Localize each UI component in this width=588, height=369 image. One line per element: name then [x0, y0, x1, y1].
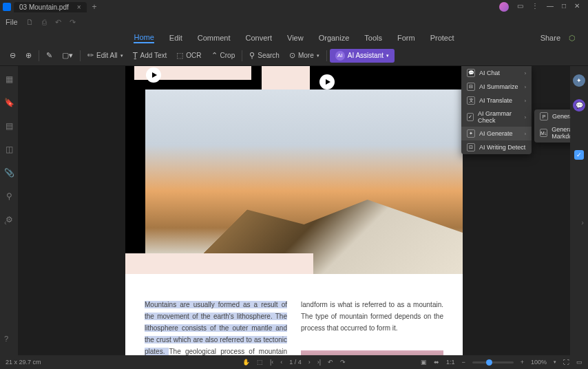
ai-panel-button[interactable]: ✦: [573, 74, 585, 87]
hand-tool-icon[interactable]: ✋: [242, 359, 250, 366]
annotations-icon[interactable]: ▤: [6, 121, 13, 131]
zoom-level[interactable]: 100%: [531, 359, 547, 366]
body-text[interactable]: landform is what is referred to as a mou…: [301, 301, 443, 332]
generate-markdown-item[interactable]: M↓Generate Markdown: [534, 123, 570, 143]
prev-page-arrow[interactable]: ‹: [4, 218, 7, 226]
menu-comment[interactable]: Comment: [198, 34, 231, 42]
page-indicator[interactable]: 1 / 4: [289, 359, 302, 366]
print-icon[interactable]: ⎙: [42, 18, 47, 27]
document-canvas[interactable]: Mountains are usually formed as a result…: [18, 66, 570, 369]
zoom-in-icon[interactable]: +: [521, 359, 524, 366]
file-menu[interactable]: File: [6, 18, 18, 26]
search-icon: ⚲: [249, 51, 255, 60]
menu-edit[interactable]: Edit: [169, 34, 182, 42]
menu-icon[interactable]: ⋮: [532, 2, 538, 12]
ai-translate-item[interactable]: 文AI Translate›: [461, 94, 532, 107]
ai-generate-item[interactable]: ✦AI Generate›: [461, 127, 532, 140]
divider: [80, 50, 81, 61]
crop-button[interactable]: ⌃Crop: [207, 49, 240, 62]
share-icon[interactable]: ⬡: [569, 34, 576, 43]
hero-section: [125, 66, 463, 274]
writing-icon: ⊡: [467, 143, 475, 151]
ai-chat-panel-button[interactable]: 💬: [573, 99, 585, 112]
highlight-button[interactable]: ✎: [42, 49, 56, 62]
chat-icon: 💬: [467, 69, 475, 77]
redo-icon[interactable]: ↷: [70, 18, 76, 27]
more-icon: ⊙: [289, 51, 295, 60]
zoom-out-button[interactable]: ⊖: [6, 49, 20, 62]
zoom-in-button[interactable]: ⊕: [21, 49, 36, 62]
document-tab[interactable]: 03 Mountain.pdf ×: [14, 2, 87, 12]
menu-home[interactable]: Home: [134, 33, 154, 43]
read-mode-icon[interactable]: ▭: [576, 359, 582, 366]
prev-page-icon[interactable]: ‹: [280, 359, 282, 366]
next-page-arrow[interactable]: ›: [581, 218, 584, 226]
shape-icon: ▢▾: [62, 51, 73, 60]
zoom-out-icon[interactable]: −: [461, 359, 465, 366]
first-page-icon[interactable]: |‹: [270, 359, 273, 366]
fit-width-icon[interactable]: ⬌: [434, 359, 439, 366]
page-nav: ✋ ⬚ |‹ ‹ 1 / 4 › ›| ↶ ↷: [242, 359, 346, 366]
fit-page-icon[interactable]: ▣: [421, 359, 427, 366]
main-area: ▦ 🔖 ▤ ◫ 📎 ⚲ ⚙ Mountains are usually form…: [0, 66, 588, 369]
undo-icon[interactable]: ↶: [55, 18, 61, 27]
thumbnails-icon[interactable]: ▦: [6, 74, 13, 84]
new-tab-button[interactable]: +: [92, 2, 97, 12]
user-avatar[interactable]: [499, 2, 509, 12]
zoom-in-icon: ⊕: [25, 51, 32, 60]
ai-grammar-item[interactable]: ✓AI Grammar Check›: [461, 107, 532, 127]
zoom-thumb[interactable]: [486, 359, 492, 366]
ai-writing-item[interactable]: ⊡AI Writing Detect: [461, 140, 532, 154]
play-button[interactable]: [319, 74, 335, 89]
toolbar: ⊖ ⊕ ✎ ▢▾ ✏Edit All▾ ṮAdd Text ⬚OCR ⌃Crop…: [0, 45, 588, 66]
menu-view[interactable]: View: [287, 34, 304, 42]
app-icon: [3, 3, 11, 11]
file-bar: File 🗋 ⎙ ↶ ↷: [0, 14, 588, 30]
generate-ppt-item[interactable]: PGenerate PPT: [534, 109, 570, 123]
panel-icon[interactable]: ▭: [517, 2, 523, 12]
rotate-right-icon[interactable]: ↷: [340, 359, 346, 366]
zoom-dropdown-icon[interactable]: ▾: [554, 359, 556, 365]
edit-all-button[interactable]: ✏Edit All▾: [83, 49, 127, 62]
fullscreen-icon[interactable]: ⛶: [563, 359, 569, 366]
pen-icon: ✏: [87, 51, 94, 60]
maximize-icon[interactable]: □: [562, 2, 566, 12]
save-icon[interactable]: 🗋: [26, 18, 34, 27]
play-button[interactable]: [146, 67, 161, 83]
check-badge[interactable]: ✓: [574, 150, 584, 160]
chevron-right-icon: ›: [525, 98, 526, 103]
actual-size-icon[interactable]: 1:1: [446, 359, 455, 366]
add-text-button[interactable]: ṮAdd Text: [129, 49, 171, 62]
ai-chat-item[interactable]: 💬AI Chat›: [461, 66, 532, 80]
generate-icon: ✦: [467, 129, 475, 138]
ocr-icon: ⬚: [176, 51, 183, 60]
bookmarks-icon[interactable]: 🔖: [4, 98, 14, 107]
close-tab-icon[interactable]: ×: [77, 3, 81, 11]
last-page-icon[interactable]: ›|: [317, 359, 321, 366]
crop-icon: ⌃: [211, 51, 218, 60]
minimize-icon[interactable]: —: [547, 2, 554, 12]
shape-button[interactable]: ▢▾: [58, 49, 77, 62]
attachments-icon[interactable]: 📎: [4, 168, 14, 178]
menu-convert[interactable]: Convert: [245, 34, 272, 42]
rotate-left-icon[interactable]: ↶: [328, 359, 333, 366]
share-button[interactable]: Share: [540, 34, 560, 42]
close-icon[interactable]: ✕: [574, 2, 580, 12]
ai-summarize-item[interactable]: ⊟AI Summarize›: [461, 80, 532, 94]
statusbar: 21 x 29.7 cm ✋ ⬚ |‹ ‹ 1 / 4 › ›| ↶ ↷ ▣ ⬌…: [0, 355, 588, 369]
play-icon: [152, 72, 157, 78]
select-tool-icon[interactable]: ⬚: [257, 359, 263, 366]
help-icon[interactable]: ?: [4, 335, 8, 343]
next-page-icon[interactable]: ›: [308, 359, 311, 366]
ocr-button[interactable]: ⬚OCR: [172, 49, 205, 62]
zoom-slider[interactable]: [472, 361, 514, 363]
menu-protect[interactable]: Protect: [430, 34, 454, 42]
menu-organize[interactable]: Organize: [319, 34, 350, 42]
search-button[interactable]: ⚲Search: [245, 49, 284, 62]
layers-icon[interactable]: ◫: [6, 145, 13, 154]
menu-form[interactable]: Form: [397, 34, 415, 42]
menu-tools[interactable]: Tools: [364, 34, 382, 42]
ai-assistant-button[interactable]: AIAI Assistant▾: [330, 49, 395, 63]
more-button[interactable]: ⊙More▾: [285, 49, 324, 62]
search-panel-icon[interactable]: ⚲: [6, 191, 12, 201]
